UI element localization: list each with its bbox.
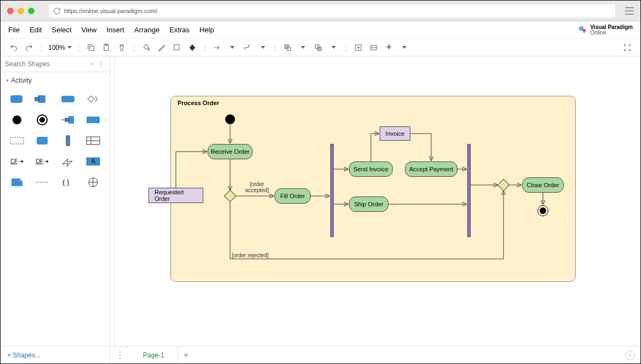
shape-datastore[interactable] <box>31 132 53 149</box>
final-node[interactable] <box>537 205 548 216</box>
canvas[interactable]: Process Order Receive Order Requested Or… <box>110 56 640 346</box>
undo-icon[interactable] <box>8 42 19 53</box>
svg-rect-1 <box>89 46 94 50</box>
shape-action[interactable] <box>57 91 79 107</box>
initial-node[interactable] <box>225 114 235 124</box>
delete-icon[interactable] <box>116 42 127 53</box>
shape-object[interactable] <box>82 112 104 128</box>
caret-down-small-icon-2[interactable] <box>257 42 268 53</box>
reload-icon[interactable] <box>53 7 61 15</box>
maximize-window-icon[interactable] <box>28 8 35 14</box>
frame-title: Process Order <box>178 100 219 106</box>
fill-color-icon[interactable] <box>141 42 152 53</box>
svg-rect-20 <box>68 116 74 124</box>
shape-exception[interactable] <box>57 153 79 170</box>
svg-rect-15 <box>35 97 39 101</box>
minimize-window-icon[interactable] <box>18 8 24 14</box>
waypoint-icon[interactable] <box>242 42 253 53</box>
menu-help[interactable]: Help <box>199 26 214 34</box>
svg-text:OF: OF <box>36 158 43 164</box>
shape-constraint[interactable]: { } <box>57 174 79 190</box>
shape-merge[interactable] <box>82 174 104 190</box>
shape-text-annotation[interactable]: A <box>82 153 104 170</box>
guard-rejected: [order rejected] <box>232 252 268 258</box>
page-tab[interactable]: Page-1 <box>130 346 178 363</box>
menu-extras[interactable]: Extras <box>169 26 190 34</box>
fork-node[interactable] <box>330 144 334 237</box>
search-input[interactable] <box>5 60 87 68</box>
shapes-link[interactable]: + Shapes... <box>1 346 110 363</box>
shape-activity-param[interactable] <box>31 91 53 107</box>
paste-icon[interactable] <box>101 42 112 53</box>
menu-insert[interactable]: Insert <box>106 26 124 34</box>
workspace: ⋮ Activity CF OF A { } <box>1 56 640 346</box>
shape-fork[interactable] <box>57 132 79 149</box>
shape-final[interactable] <box>31 112 53 128</box>
fit-width-icon[interactable] <box>368 42 379 53</box>
object-requested-order[interactable]: Requested Order <box>148 188 203 203</box>
shape-region-dashed[interactable] <box>6 132 28 149</box>
menu-view[interactable]: View <box>82 26 97 34</box>
panel-toggle-icon[interactable]: ‹ <box>625 350 635 360</box>
footer: + Shapes... ⋮ Page-1 + ‹ <box>1 346 640 363</box>
to-front-icon[interactable] <box>282 42 293 53</box>
svg-text:{ }: { } <box>62 178 70 186</box>
fit-page-icon[interactable] <box>353 42 364 53</box>
caret-down-small-icon-3[interactable] <box>297 42 308 53</box>
activity-close-order[interactable]: Close Order <box>522 177 564 193</box>
to-back-icon[interactable] <box>313 42 324 53</box>
svg-rect-5 <box>174 44 179 49</box>
copy-icon[interactable] <box>85 42 96 53</box>
shape-control-flow[interactable]: CF <box>6 153 28 170</box>
activity-accept-payment[interactable]: Accept Payment <box>405 161 457 177</box>
menu-select[interactable]: Select <box>51 26 71 34</box>
shape-swimlane[interactable] <box>82 132 104 149</box>
fullscreen-icon[interactable] <box>622 42 633 53</box>
brand-logo: Visual ParadigmOnline <box>578 25 633 36</box>
activity-send-invoice[interactable]: Send Invoice <box>349 161 393 177</box>
url-bar[interactable]: https://online.visual-paradigm.com/ <box>49 4 615 18</box>
activity-ship-order[interactable]: Ship Order <box>349 197 388 212</box>
zoom-control[interactable]: 100% <box>48 44 72 51</box>
search-row: ⋮ <box>1 56 110 72</box>
browser-bar: https://online.visual-paradigm.com/ <box>1 1 640 21</box>
menu-arrange[interactable]: Arrange <box>134 26 159 34</box>
menu-edit[interactable]: Edit <box>30 26 42 34</box>
menubar: File Edit Select View Insert Arrange Ext… <box>1 21 640 39</box>
search-more-icon[interactable]: ⋮ <box>98 60 105 68</box>
shape-object-flow[interactable]: OF <box>31 153 53 170</box>
menu-file[interactable]: File <box>8 26 20 34</box>
caret-down-small-icon[interactable] <box>227 42 238 53</box>
shape-pin[interactable] <box>57 112 79 128</box>
shape-accept-event[interactable] <box>82 91 104 107</box>
add-icon[interactable]: + <box>384 42 394 53</box>
activity-fill-order[interactable]: Fill Order <box>274 188 311 204</box>
palette-title[interactable]: Activity <box>1 72 110 89</box>
url-text: https://online.visual-paradigm.com/ <box>64 8 157 14</box>
svg-point-19 <box>39 117 45 123</box>
caret-down-small-icon-5[interactable] <box>399 42 410 53</box>
caret-down-icon <box>67 46 72 49</box>
line-color-icon[interactable] <box>156 42 167 53</box>
activity-receive-order[interactable]: Receive Order <box>208 144 253 159</box>
search-icon[interactable] <box>90 60 94 68</box>
tab-options-icon[interactable]: ⋮ <box>110 350 130 360</box>
svg-rect-13 <box>10 95 22 103</box>
object-invoice[interactable]: Invoice <box>380 126 410 141</box>
window-controls <box>7 8 35 14</box>
shape-activity[interactable] <box>6 91 28 107</box>
caret-down-small-icon-4[interactable] <box>328 42 339 53</box>
svg-point-17 <box>13 115 21 124</box>
close-window-icon[interactable] <box>7 8 14 14</box>
redo-icon[interactable] <box>24 42 35 53</box>
connection-icon[interactable] <box>211 42 222 53</box>
shape-initial[interactable] <box>6 112 28 128</box>
add-page-icon[interactable]: + <box>178 350 194 360</box>
browser-menu-icon[interactable] <box>625 7 634 15</box>
join-node[interactable] <box>467 144 471 237</box>
shape-anchor[interactable] <box>31 174 53 190</box>
svg-point-12 <box>91 63 93 65</box>
shape-note[interactable] <box>6 174 28 190</box>
shadow-icon[interactable] <box>171 42 182 53</box>
diamond-icon[interactable] <box>187 42 198 53</box>
